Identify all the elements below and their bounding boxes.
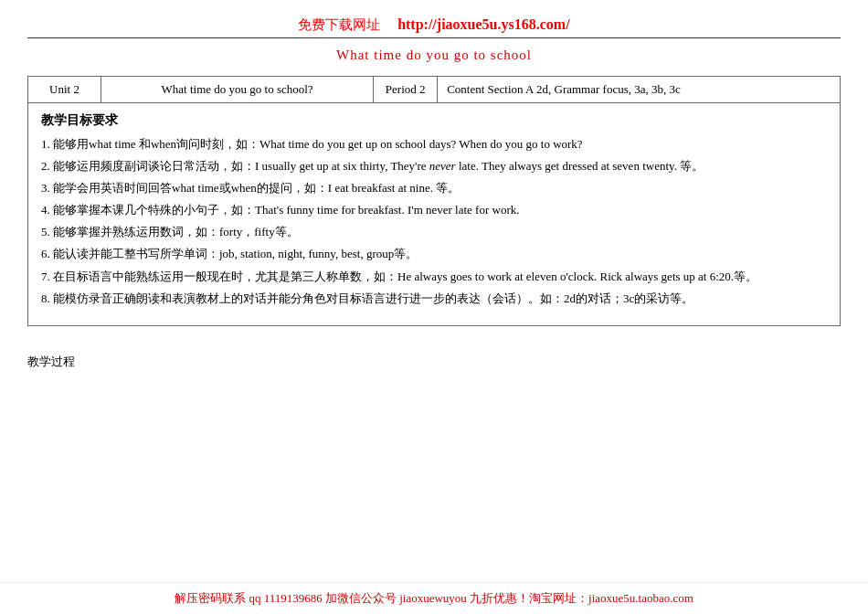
item-num: 7.: [41, 270, 50, 283]
item-cn: 能认读并能工整书写所学单词：job, station, night, funny…: [53, 247, 418, 260]
unit-label: Unit: [49, 82, 70, 96]
content-cell: Content Section A 2d, Grammar focus, 3a,…: [438, 77, 841, 103]
item-cn: 能学会用英语时间回答what time或when的提问，如：I eat brea…: [53, 181, 460, 195]
list-item: 1. 能够用what time 和when询问时刻，如：What time do…: [41, 134, 827, 154]
unit-number: 2: [73, 82, 79, 96]
banner-url: http://jiaoxue5u.ys168.com/: [397, 16, 569, 32]
item-num: 8.: [41, 291, 50, 305]
objectives-list: 1. 能够用what time 和when询问时刻，如：What time do…: [41, 134, 827, 309]
objectives-title: 教学目标要求: [41, 112, 827, 129]
list-item: 2. 能够运用频度副词谈论日常活动，如：I usually get up at …: [41, 156, 827, 176]
info-table: Unit 2 What time do you go to school? Pe…: [27, 76, 841, 103]
item-cn: 能够运用频度副词谈论日常活动，如：I usually get up at six…: [53, 159, 704, 173]
list-item: 3. 能学会用英语时间回答what time或when的提问，如：I eat b…: [41, 178, 827, 198]
objectives-box: 教学目标要求 1. 能够用what time 和when询问时刻，如：What …: [27, 103, 841, 326]
item-num: 4.: [41, 203, 50, 217]
list-item: 7. 在目标语言中能熟练运用一般现在时，尤其是第三人称单数，如：He alway…: [41, 267, 827, 287]
item-cn: 能够掌握本课几个特殊的小句子，如：That's funny time for b…: [53, 203, 520, 217]
banner-label: 免费下载网址: [298, 17, 380, 32]
item-cn: 能模仿录音正确朗读和表演教材上的对话并能分角色对目标语言进行进一步的表达（会话）…: [53, 291, 693, 305]
item-num: 2.: [41, 159, 50, 173]
footer-bar: 解压密码联系 qq 1119139686 加微信公众号 jiaoxuewuyou…: [0, 582, 868, 614]
page-title: What time do you go to school: [27, 48, 841, 63]
item-num: 5.: [41, 225, 50, 238]
period-label: Period: [386, 82, 417, 96]
item-num: 6.: [41, 247, 50, 260]
list-item: 5. 能够掌握并熟练运用数词，如：forty，fifty等。: [41, 222, 827, 242]
list-item: 4. 能够掌握本课几个特殊的小句子，如：That's funny time fo…: [41, 200, 827, 220]
section-process-label: 教学过程: [27, 354, 841, 370]
period-cell: Period 2: [374, 77, 438, 103]
item-cn: 能够掌握并熟练运用数词，如：forty，fifty等。: [53, 225, 299, 238]
unit-cell: Unit 2: [28, 77, 101, 103]
banner-text: 免费下载网址 http://jiaoxue5u.ys168.com/: [298, 17, 569, 32]
footer-content: 解压密码联系 qq 1119139686 加微信公众号 jiaoxuewuyou…: [175, 591, 693, 605]
period-number: 2: [419, 82, 426, 96]
top-banner: 免费下载网址 http://jiaoxue5u.ys168.com/: [27, 9, 841, 38]
item-num: 1.: [41, 137, 50, 151]
footer-text: 解压密码联系 qq 1119139686 加微信公众号 jiaoxuewuyou…: [175, 591, 693, 605]
item-cn: 在目标语言中能熟练运用一般现在时，尤其是第三人称单数，如：He always g…: [53, 270, 757, 283]
item-cn: 能够用what time 和when询问时刻，如：What time do yo…: [53, 137, 583, 151]
item-num: 3.: [41, 181, 50, 195]
list-item: 8. 能模仿录音正确朗读和表演教材上的对话并能分角色对目标语言进行进一步的表达（…: [41, 289, 827, 309]
what-cell: What time do you go to school?: [101, 77, 374, 103]
list-item: 6. 能认读并能工整书写所学单词：job, station, night, fu…: [41, 244, 827, 264]
